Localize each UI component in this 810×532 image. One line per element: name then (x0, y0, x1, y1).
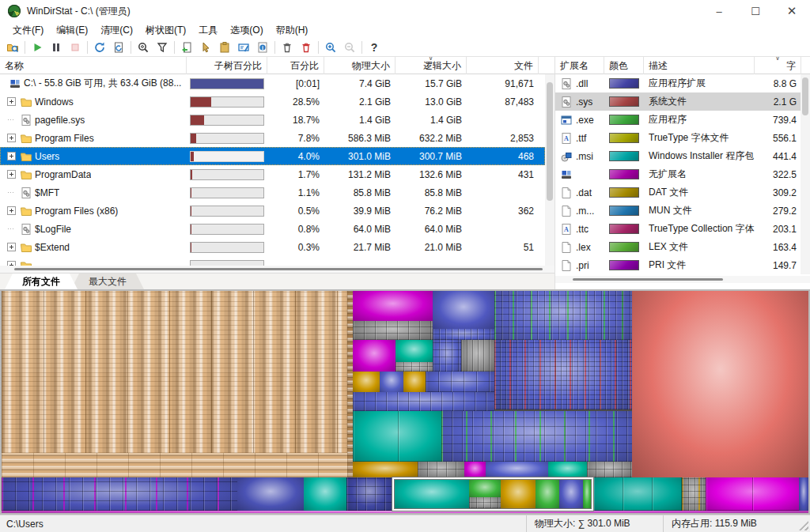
color-swatch (609, 115, 639, 125)
tree-column-header[interactable]: 名称子树百分比百分比物理大小逻辑大小∨文件 (0, 57, 555, 74)
resume-button[interactable] (28, 39, 47, 56)
extension-row-.ttf[interactable]: A.ttfTrueType 字体文件556.1 (555, 129, 801, 147)
font-icon: A (560, 223, 573, 236)
item-name: Program Files (35, 133, 94, 144)
file-icon (560, 205, 573, 217)
tree-row-pagefile.sys[interactable]: pagefile.sys18.7%1.4 GiB1.4 GiB (0, 111, 545, 129)
tab-top-files[interactable]: 最大文件 (71, 274, 144, 289)
tab-all-files[interactable]: 所有文件 (5, 274, 78, 289)
tree-column-4[interactable]: 逻辑大小∨ (396, 57, 467, 74)
command-line-button[interactable] (234, 39, 253, 56)
copy-path-button[interactable] (177, 39, 196, 56)
tree-row-Program Files[interactable]: Program Files7.8%586.3 MiB632.2 MiB2,853 (0, 129, 545, 147)
refresh-selected-button[interactable] (109, 39, 128, 56)
tree-row-Users[interactable]: Users4.0%301.0 MiB300.7 MiB468 (0, 147, 545, 165)
subtree-percentage-bar (187, 187, 267, 198)
item-name: $LogFile (35, 224, 71, 235)
tree-column-5[interactable]: 文件 (467, 57, 539, 74)
tree-row-Program Files (x86)[interactable]: Program Files (x86)0.5%39.9 MiB76.2 MiB3… (0, 202, 545, 220)
open-button[interactable] (3, 39, 22, 56)
delete-permanently-button[interactable] (297, 39, 316, 56)
tree-row-partial[interactable] (0, 256, 545, 266)
directory-tree-pane: 名称子树百分比百分比物理大小逻辑大小∨文件 C:\ - 55.8 GiB 可用,… (0, 57, 555, 289)
help-button[interactable]: ? (365, 39, 384, 56)
extension-horizontal-scrollbar[interactable] (555, 276, 810, 283)
tree-horizontal-scrollbar[interactable] (0, 266, 555, 273)
extension-row-.exe[interactable]: .exe应用程序739.4 (555, 111, 801, 129)
research-button[interactable] (134, 39, 153, 56)
extension-name: .m... (576, 206, 594, 217)
tree-column-1[interactable]: 子树百分比 (187, 57, 267, 74)
svg-text:A: A (564, 226, 569, 233)
explorer-select-button[interactable] (196, 39, 215, 56)
tree-row-$MFT[interactable]: $MFT1.1%85.8 MiB85.8 MiB (0, 183, 545, 202)
extension-row-.ttc[interactable]: A.ttcTrueType Collection 字体...203.1 (555, 220, 801, 238)
minimize-button[interactable]: – (701, 0, 737, 22)
tree-cell-physical: 64.0 MiB (324, 224, 396, 235)
menu-item-3[interactable]: 树状图(T) (139, 22, 192, 39)
extension-column-3[interactable]: 字∨ (755, 57, 801, 74)
extension-description: LEX 文件 (644, 240, 755, 254)
menu-item-4[interactable]: 工具 (192, 22, 224, 39)
maximize-button[interactable]: ☐ (737, 0, 774, 22)
extension-row-.pri[interactable]: .priPRI 文件149.7 (555, 256, 801, 274)
expand-icon[interactable] (5, 243, 17, 251)
extension-row-.msi[interactable]: .msiWindows Installer 程序包441.4 (555, 147, 801, 165)
extension-row-no-ext[interactable]: 无扩展名322.5 (555, 165, 801, 183)
treemap-region (347, 291, 353, 477)
treemap[interactable] (0, 289, 810, 515)
status-physical-size: 物理大小: ∑ 301.0 MiB (526, 515, 663, 532)
tree-vertical-scrollbar[interactable] (545, 74, 555, 266)
extension-column-2[interactable]: 描述 (644, 57, 755, 74)
menu-item-1[interactable]: 编辑(E) (50, 22, 94, 39)
item-name: ProgramData (35, 169, 91, 180)
tree-cell-files: 362 (467, 206, 539, 217)
window-title: WinDirStat - C:\ (管理员) (27, 5, 131, 18)
treemap-region (418, 462, 464, 477)
extension-column-header[interactable]: 扩展名颜色描述字∨ (555, 57, 810, 74)
extension-column-1[interactable]: 颜色 (604, 57, 644, 74)
extension-list: .dll应用程序扩展8.8 G.sys系统文件2.1 G.exe应用程序739.… (555, 74, 801, 274)
pause-button[interactable] (47, 39, 66, 56)
menu-item-0[interactable]: 文件(F) (6, 22, 50, 39)
extension-row-.lex[interactable]: .lexLEX 文件163.4 (555, 238, 801, 256)
expand-icon[interactable] (5, 152, 17, 160)
menu-item-5[interactable]: 选项(O) (224, 22, 269, 39)
refresh-all-button[interactable] (90, 39, 109, 56)
tree-row-Windows[interactable]: Windows28.5%2.1 GiB13.0 GiB87,483 (0, 92, 545, 111)
tree-row-C:\ - 55.8 GiB 可用, 共 63.4 GiB (88...[interactable]: C:\ - 55.8 GiB 可用, 共 63.4 GiB (88...[0:0… (0, 74, 545, 92)
file-icon (560, 259, 573, 272)
tree-cell-physical: 586.3 MiB (324, 133, 396, 144)
tree-column-3[interactable]: 物理大小 (324, 57, 396, 74)
tree-row-$LogFile[interactable]: $LogFile0.8%64.0 MiB64.0 MiB (0, 220, 545, 238)
tree-row-ProgramData[interactable]: ProgramData1.7%131.2 MiB132.6 MiB431 (0, 165, 545, 183)
treemap-region (353, 411, 441, 462)
filter-button[interactable] (153, 39, 172, 56)
expand-icon[interactable] (5, 206, 17, 215)
tree-column-2[interactable]: 百分比 (267, 57, 324, 74)
extension-row-.dll[interactable]: .dll应用程序扩展8.8 G (555, 74, 801, 92)
treemap-region (353, 291, 433, 321)
extension-column-0[interactable]: 扩展名 (555, 57, 604, 74)
extension-row-.m...[interactable]: .m...MUN 文件279.2 (555, 202, 801, 220)
menu-item-6[interactable]: 帮助(H) (270, 22, 315, 39)
menu-item-2[interactable]: 清理(C) (94, 22, 139, 39)
expand-icon[interactable] (5, 97, 17, 106)
properties-button[interactable]: i (253, 39, 272, 56)
zoom-in-button[interactable] (321, 39, 340, 56)
tree-row-$Extend[interactable]: $Extend0.3%21.7 MiB21.0 MiB51 (0, 238, 545, 256)
treemap-region (494, 340, 632, 409)
open-in-console-button[interactable] (215, 39, 234, 56)
extension-row-.sys[interactable]: .sys系统文件2.1 G (555, 92, 801, 111)
close-button[interactable]: ✕ (774, 0, 810, 22)
extension-row-.dat[interactable]: .datDAT 文件309.2 (555, 183, 801, 202)
expand-icon[interactable] (5, 170, 17, 179)
delete-to-recycle-bin-button[interactable] (278, 39, 297, 56)
tree-cell-logical: 300.7 MiB (396, 151, 467, 162)
treemap-region (353, 392, 494, 411)
expand-icon[interactable] (5, 134, 17, 142)
extension-vertical-scrollbar[interactable] (801, 74, 810, 274)
zoom-out-button (340, 39, 359, 56)
treemap-region (682, 477, 706, 511)
tree-column-0[interactable]: 名称 (0, 57, 187, 74)
